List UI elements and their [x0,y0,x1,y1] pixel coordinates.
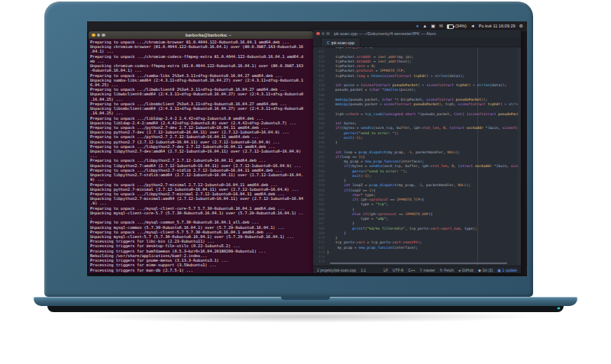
horizontal-scrollbar[interactable] [330,263,507,264]
vertical-scrollbar[interactable] [518,47,521,266]
terminal-line: Unpacking mysql-client-core-5.7 (5.7.30-… [90,211,313,215]
maximize-window-icon[interactable] [102,34,105,37]
cpp-file-icon: C [327,40,330,45]
terminal-line: Unpacking chromium-browser (81.0.4044.12… [90,44,313,49]
fetch-button[interactable]: ↻Fetch [440,268,454,272]
github-button[interactable]: ●GitHub [458,268,474,272]
terminal-body[interactable]: Preparing to unpack .../chromium-browser… [89,39,313,273]
terminal-line: Unpacking mysql-common (5.7.30-0ubuntu0.… [90,225,313,230]
atom-window[interactable]: ipk-scan.cpp — ~/Dokumenty/4.semester/IP… [313,30,521,273]
line-ending-indicator[interactable]: LF [383,268,388,272]
status-right-group: LFUTF-8C++Ymaster↻Fetch●GitHub◆Git (3)▣1… [383,268,517,272]
atom-window-title: ipk-scan.cpp — ~/Dokumenty/4.semester/IP… [334,31,436,36]
terminal-line: Preparing to unpack .../chromium-codecs-… [90,54,313,59]
terminal-line: Unpacking libwbclient0:amd64 (2:4.3.11+d… [90,92,313,96]
cursor-position-indicator[interactable]: 1:1 [360,268,366,272]
code-lines: 530 tcph->urg_ptr = 0;531532 tcpPacket.s… [313,47,521,265]
updates-indicator[interactable]: ▣1 update [497,268,517,272]
laptop-mockup: ●▲▣✉(34%)◄Po kvě 11 16:09:29⚙ barborka@b… [0,0,611,364]
terminal-line: Preparing to unpack .../mysql-client-cor… [90,206,313,211]
close-window-icon[interactable] [316,32,320,36]
terminal-line: Unpacking libpython2.7-minimal:amd64 (2.… [90,196,313,201]
lid-notch [281,297,330,300]
terminal-line: Unpacking python2.7 (2.7.12-1ubuntu0~16.… [90,140,313,144]
code-editor[interactable]: 530 tcph->urg_ptr = 0;531532 tcpPacket.s… [313,47,521,266]
close-window-icon[interactable] [92,34,95,37]
atom-titlebar[interactable]: ipk-scan.cpp — ~/Dokumenty/4.semester/IP… [313,30,521,37]
minimize-window-icon[interactable] [322,32,325,36]
tab-ipk-scan[interactable]: C ipk-scan.cpp [321,37,360,47]
terminal-line: Unpacking samba-libs:amd64 (2:4.3.11+dfs… [90,78,313,82]
maximize-window-icon[interactable] [326,32,330,36]
minimize-window-icon[interactable] [97,34,101,37]
terminal-line: Unpacking libsmbclient:amd64 (2:4.3.11+d… [90,106,313,111]
encoding-indicator[interactable]: UTF-8 [393,268,403,272]
file-path-indicator[interactable]: 2 projekty/ipk-scan.cpp [317,268,356,272]
tab-label: ipk-scan.cpp [331,40,354,45]
code-line: 544 tcph->check = tcp_csum((unsigned sho… [313,112,521,117]
code-line: 542 memcpy(pseudo_packet + sizeof(struct… [313,102,521,107]
line-number: 575 [313,259,327,264]
grammar-indicator[interactable]: C++ [408,268,415,272]
git-changes-indicator[interactable]: ◆Git (3) [478,268,493,272]
drop-shadow [69,311,542,323]
terminal-window[interactable]: barborka@barborka: ~ Preparing to unpack… [89,31,313,273]
tab-bar: C ipk-scan.cpp [313,37,521,47]
terminal-line: Unpacking libpython2.7-dev:amd64 (2.7.12… [90,149,313,153]
terminal-line: Unpacking libpython2.7-stdlib:amd64 (2.7… [90,172,313,177]
git-branch-indicator[interactable]: Ymaster [420,268,435,272]
terminal-line: Unpacking libpython2.7:amd64 (2.7.12-1ub… [90,163,313,168]
terminal-title: barborka@barborka: ~ [107,33,311,37]
terminal-line: Preparing to unpack .../samba-libs_2%3a4… [90,73,313,78]
status-bar: 2 projekty/ipk-scan.cpp 1:1 LFUTF-8C++Ym… [313,266,521,273]
terminal-line: Processing triggers for man-db (2.7.5-1)… [90,268,313,272]
power-led [558,308,560,309]
laptop-screen: ●▲▣✉(34%)◄Po kvě 11 16:09:29⚙ barborka@b… [87,21,527,276]
terminal-titlebar[interactable]: barborka@barborka: ~ [89,31,313,39]
